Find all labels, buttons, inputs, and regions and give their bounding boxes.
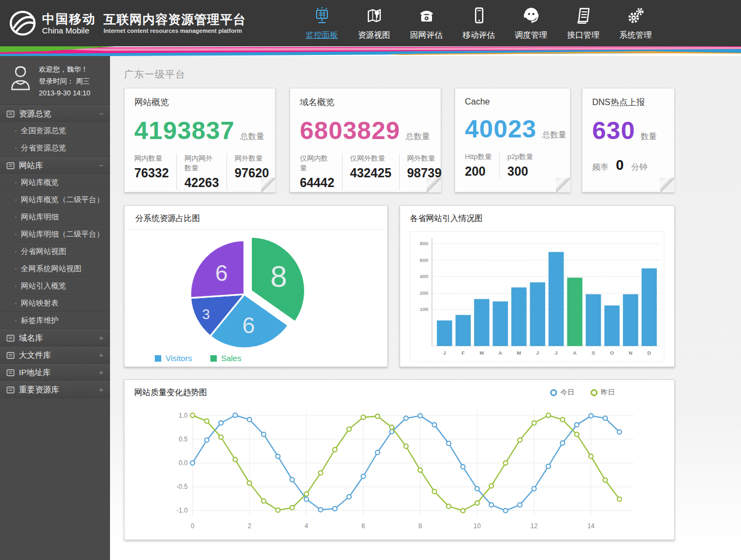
expand-icon[interactable]: + — [99, 347, 104, 363]
bar-D-12[interactable] — [642, 268, 657, 346]
data-point-昨日[interactable] — [304, 492, 308, 496]
data-point-今日[interactable] — [475, 487, 479, 491]
data-point-昨日[interactable] — [204, 419, 209, 423]
data-point-今日[interactable] — [404, 416, 408, 420]
data-point-今日[interactable] — [603, 416, 607, 420]
sidebar-item-标签库维护[interactable]: ·标签库维护 — [0, 312, 110, 329]
data-point-今日[interactable] — [276, 454, 280, 459]
data-point-昨日[interactable] — [447, 504, 451, 508]
nav-item-7[interactable]: 系统管理 — [609, 6, 662, 40]
data-point-昨日[interactable] — [375, 414, 380, 418]
data-point-今日[interactable] — [546, 464, 551, 468]
data-point-今日[interactable] — [219, 421, 223, 425]
bar-J-1[interactable] — [437, 321, 452, 346]
data-point-昨日[interactable] — [248, 481, 252, 485]
sidebar-item-网站库概览（二级平台）[interactable]: ·网站库概览（二级平台） — [0, 191, 110, 209]
data-point-今日[interactable] — [318, 508, 323, 512]
collapse-icon[interactable]: − — [99, 157, 104, 174]
sidebar-section-网站库[interactable]: 网站库− — [0, 157, 110, 174]
legend-item-Visitors[interactable]: Visitors — [155, 354, 192, 363]
sidebar-section-大文件库[interactable]: 大文件库+ — [0, 347, 110, 364]
sidebar-section-域名库[interactable]: 域名库+ — [0, 329, 110, 347]
data-point-今日[interactable] — [248, 418, 252, 422]
data-point-昨日[interactable] — [461, 508, 465, 513]
data-point-昨日[interactable] — [518, 438, 522, 443]
data-point-昨日[interactable] — [589, 454, 593, 459]
bar-F-2[interactable] — [456, 315, 471, 346]
data-point-今日[interactable] — [347, 495, 351, 499]
data-point-昨日[interactable] — [290, 506, 294, 510]
data-point-昨日[interactable] — [333, 447, 337, 452]
data-point-今日[interactable] — [433, 423, 437, 427]
data-point-昨日[interactable] — [475, 501, 479, 505]
data-point-今日[interactable] — [375, 451, 380, 455]
data-point-昨日[interactable] — [276, 508, 280, 513]
expand-icon[interactable]: + — [99, 364, 104, 381]
sidebar-item-网站库明细[interactable]: ·网站库明细 — [0, 209, 110, 226]
data-point-昨日[interactable] — [190, 413, 195, 418]
nav-item-3[interactable]: 固网评估 — [400, 6, 452, 40]
legend-item-昨日[interactable]: 昨日 — [591, 388, 615, 397]
data-point-今日[interactable] — [262, 432, 266, 437]
data-point-今日[interactable] — [418, 413, 422, 418]
data-point-今日[interactable] — [333, 507, 337, 511]
data-point-昨日[interactable] — [219, 435, 223, 439]
sidebar-section-IP地址库[interactable]: IP地址库+ — [0, 364, 110, 381]
legend-item-Sales[interactable]: Sales — [210, 354, 242, 363]
bar-J-6[interactable] — [530, 282, 545, 346]
nav-item-2[interactable]: 资源视图 — [348, 6, 400, 40]
bar-A-8[interactable] — [567, 278, 582, 346]
data-point-今日[interactable] — [447, 441, 451, 446]
sidebar-item-网站映射表[interactable]: ·网站映射表 — [0, 295, 110, 312]
data-point-昨日[interactable] — [489, 483, 493, 488]
data-point-今日[interactable] — [518, 503, 522, 507]
data-point-昨日[interactable] — [433, 489, 437, 494]
nav-item-1[interactable]: 监控面板 — [296, 6, 348, 40]
sidebar-item-网站引入概览[interactable]: ·网站引入概览 — [0, 278, 110, 295]
sidebar-item-全国资源总览[interactable]: ·全国资源总览 — [0, 122, 110, 140]
data-point-昨日[interactable] — [318, 471, 323, 475]
data-point-今日[interactable] — [489, 503, 493, 507]
legend-item-今日[interactable]: 今日 — [550, 388, 574, 397]
data-point-昨日[interactable] — [603, 478, 607, 482]
data-point-昨日[interactable] — [233, 458, 237, 462]
data-point-昨日[interactable] — [560, 418, 565, 422]
data-point-今日[interactable] — [589, 413, 593, 418]
sidebar-item-网站库概览[interactable]: ·网站库概览 — [0, 174, 110, 191]
data-point-今日[interactable] — [532, 487, 536, 491]
bar-S-9[interactable] — [586, 294, 601, 346]
bar-J-7[interactable] — [548, 252, 564, 346]
data-point-今日[interactable] — [233, 413, 237, 418]
sidebar-section-重要资源库[interactable]: 重要资源库+ — [0, 381, 110, 398]
bar-A-4[interactable] — [493, 301, 508, 346]
data-point-今日[interactable] — [461, 465, 465, 469]
data-point-今日[interactable] — [560, 441, 565, 445]
data-point-昨日[interactable] — [618, 497, 622, 501]
data-point-昨日[interactable] — [418, 468, 422, 472]
nav-item-4[interactable]: 移动评估 — [452, 6, 505, 40]
data-point-昨日[interactable] — [504, 461, 508, 465]
data-point-昨日[interactable] — [389, 425, 394, 430]
sidebar-section-资源总览[interactable]: 资源总览− — [0, 105, 110, 122]
data-point-今日[interactable] — [361, 474, 366, 479]
data-point-昨日[interactable] — [262, 499, 266, 503]
bar-M-3[interactable] — [474, 299, 489, 346]
expand-icon[interactable]: + — [99, 329, 104, 346]
data-point-今日[interactable] — [190, 461, 195, 465]
data-point-昨日[interactable] — [532, 421, 536, 425]
data-point-昨日[interactable] — [404, 444, 408, 448]
expand-icon[interactable]: + — [99, 381, 104, 398]
data-point-昨日[interactable] — [347, 427, 351, 431]
data-point-今日[interactable] — [504, 508, 508, 513]
bar-N-11[interactable] — [623, 294, 638, 346]
data-point-今日[interactable] — [204, 438, 209, 443]
data-point-今日[interactable] — [618, 430, 622, 434]
data-point-今日[interactable] — [574, 423, 579, 427]
nav-item-5[interactable]: 调度管理 — [505, 6, 557, 40]
data-point-昨日[interactable] — [361, 415, 366, 419]
collapse-icon[interactable]: − — [99, 105, 104, 122]
sidebar-item-网站库明细（二级平台）[interactable]: ·网站库明细（二级平台） — [0, 226, 110, 243]
sidebar-item-全网系统网站视图[interactable]: ·全网系统网站视图 — [0, 260, 110, 278]
data-point-今日[interactable] — [304, 497, 308, 501]
sidebar-item-分省资源总览[interactable]: ·分省资源总览 — [0, 140, 110, 157]
